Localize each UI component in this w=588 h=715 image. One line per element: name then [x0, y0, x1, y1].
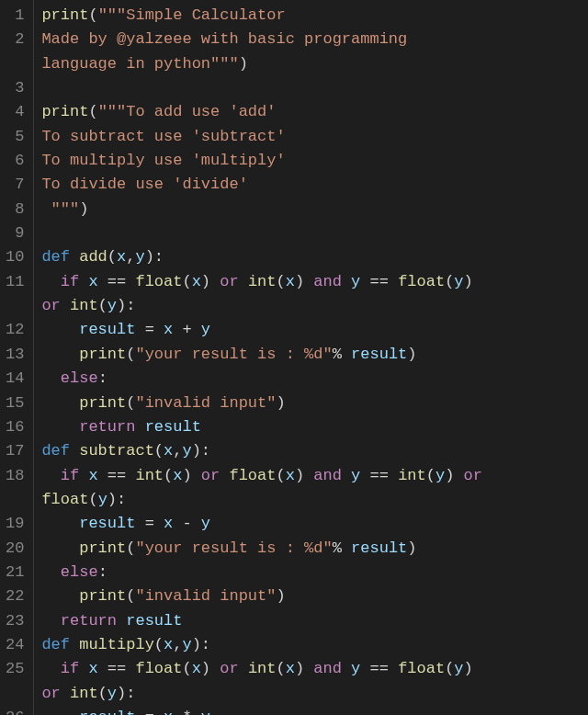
token-var: x [117, 248, 126, 266]
code-line[interactable]: Made by @yalzeee with basic programming [41, 28, 588, 51]
line-number: 7 [6, 173, 24, 197]
code-line[interactable]: def subtract(x,y): [41, 439, 588, 463]
code-line[interactable]: print("""Simple Calculator [41, 4, 588, 28]
code-line[interactable]: print("""To add use 'add' [41, 100, 588, 124]
token-op: ( [98, 685, 107, 702]
token-fn: print [41, 6, 88, 24]
token-fn: print [79, 394, 126, 412]
code-line[interactable]: print("invalid input") [41, 392, 588, 415]
token-kw: and [313, 660, 342, 677]
token-var: result [79, 321, 135, 338]
token-op: % [333, 346, 351, 363]
token-op [135, 418, 144, 436]
token-kw: or [220, 273, 238, 290]
line-number: 24 [6, 633, 24, 657]
token-kw: if [61, 660, 79, 677]
token-op: ) [201, 660, 220, 677]
token-kw: or [41, 685, 60, 702]
token-var: result [79, 709, 135, 715]
token-var: x [164, 515, 173, 532]
token-str: "invalid input" [135, 587, 276, 605]
token-kw2: def [41, 248, 70, 266]
code-line[interactable]: To subtract use 'subtract' [41, 125, 588, 149]
token-op: ) [276, 394, 285, 412]
code-line[interactable] [41, 221, 588, 245]
token-def: add [79, 248, 107, 266]
code-line[interactable]: def multiply(x,y): [41, 633, 588, 657]
token-fn: int [248, 660, 277, 677]
token-op [79, 273, 88, 290]
token-var: x [164, 321, 173, 338]
token-op: ( [154, 442, 164, 460]
token-kw: else [61, 563, 98, 581]
token-var: x [286, 273, 295, 290]
code-line[interactable]: else: [41, 561, 588, 584]
code-line[interactable]: result = x - y [41, 512, 588, 536]
code-line[interactable]: return result [41, 609, 588, 633]
token-fn: print [79, 539, 126, 557]
line-number: 13 [6, 343, 24, 367]
code-line[interactable]: if x == float(x) or int(x) and y == floa… [41, 657, 588, 681]
token-fn: float [398, 660, 445, 677]
token-op [41, 273, 60, 290]
code-line[interactable]: print("invalid input") [41, 584, 588, 608]
code-line[interactable]: result = x + y [41, 318, 588, 342]
token-op: , [173, 636, 182, 653]
token-op: ) [276, 587, 285, 605]
line-number: 4 [6, 100, 24, 124]
code-line[interactable]: else: [41, 367, 588, 391]
token-op: ) [464, 660, 482, 677]
line-number: 21 [6, 561, 24, 584]
line-number: 10 [6, 245, 24, 269]
token-op: == [360, 467, 398, 484]
code-line[interactable]: if x == int(x) or float(x) and y == int(… [41, 464, 588, 488]
code-line[interactable]: To divide use 'divide' [41, 173, 588, 197]
token-op: ): [117, 297, 135, 314]
token-var: result [145, 418, 201, 436]
token-op: + [173, 321, 201, 338]
token-op [41, 369, 60, 387]
line-number: 23 [6, 609, 24, 633]
line-number: 14 [6, 367, 24, 391]
code-line[interactable]: float(y): [41, 488, 588, 512]
token-op: ( [154, 636, 164, 653]
line-number: 12 [6, 318, 24, 342]
code-line[interactable]: def add(x,y): [41, 245, 588, 269]
token-kw: and [313, 273, 342, 290]
token-kw2: def [41, 636, 70, 653]
token-op [41, 467, 60, 484]
token-kw: and [313, 467, 342, 484]
token-kw: if [61, 467, 79, 484]
token-var: x [173, 467, 182, 484]
code-line[interactable]: language in python""") [41, 52, 588, 76]
code-line[interactable]: or int(y): [41, 294, 588, 318]
code-line[interactable]: print("your result is : %d"% result) [41, 537, 588, 561]
token-var: y [351, 467, 360, 484]
token-var: y [454, 273, 463, 290]
token-op: ( [445, 273, 454, 290]
code-line[interactable]: print("your result is : %d"% result) [41, 343, 588, 367]
token-op: ): [192, 636, 210, 653]
token-op: ( [126, 587, 135, 605]
code-editor-content[interactable]: print("""Simple CalculatorMade by @yalze… [34, 0, 588, 715]
token-var: x [164, 636, 173, 653]
token-fn: int [135, 467, 164, 484]
code-line[interactable]: if x == float(x) or int(x) and y == floa… [41, 270, 588, 294]
token-def: subtract [79, 442, 154, 460]
code-line[interactable]: return result [41, 415, 588, 439]
line-number: 22 [6, 584, 24, 608]
code-line[interactable]: """) [41, 198, 588, 221]
token-op [41, 612, 60, 630]
code-line[interactable] [41, 76, 588, 100]
line-number: 5 [6, 125, 24, 149]
token-var: x [164, 709, 173, 715]
token-var: y [201, 321, 210, 338]
token-op: ( [182, 273, 191, 290]
token-str: Made by @yalzeee with basic programming [41, 30, 416, 48]
code-line[interactable]: To multiply use 'multiply' [41, 149, 588, 173]
code-line[interactable]: or int(y): [41, 682, 588, 706]
token-var: x [192, 660, 201, 677]
code-line[interactable]: result = x * y [41, 706, 588, 715]
token-var: x [286, 660, 295, 677]
token-op: ( [126, 394, 135, 412]
